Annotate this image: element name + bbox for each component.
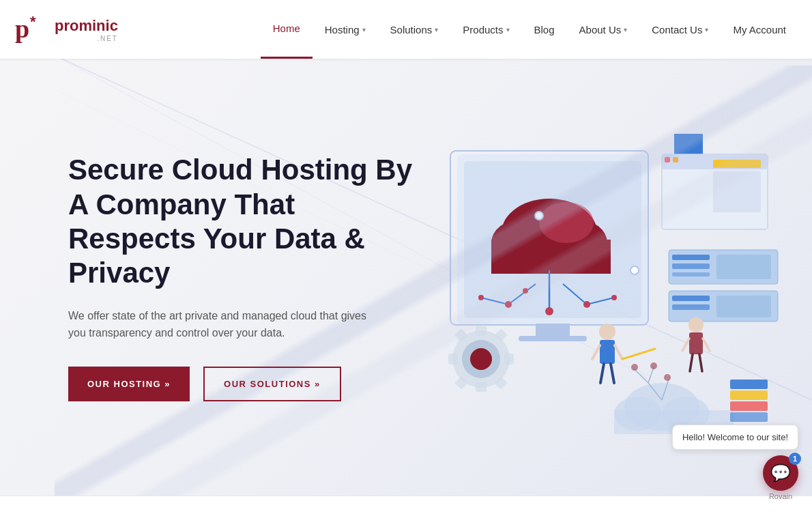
svg-rect-58	[476, 382, 487, 392]
svg-rect-28	[665, 157, 670, 162]
svg-rect-39	[672, 304, 710, 310]
svg-line-53	[699, 354, 702, 371]
svg-rect-76	[730, 380, 768, 389]
svg-rect-79	[730, 412, 768, 422]
svg-rect-34	[672, 263, 710, 269]
svg-rect-8	[536, 324, 570, 337]
svg-rect-29	[673, 157, 678, 162]
svg-line-47	[622, 349, 655, 359]
svg-rect-13	[491, 240, 611, 274]
svg-point-22	[545, 307, 553, 315]
hero-illustration	[403, 113, 785, 441]
svg-point-20	[505, 301, 512, 308]
svg-rect-59	[504, 354, 514, 365]
chevron-down-icon: ▾	[624, 26, 627, 33]
svg-rect-35	[672, 272, 710, 276]
hero-title: Secure Cloud Hosting By A Company That R…	[68, 153, 423, 291]
svg-rect-30	[713, 160, 761, 168]
svg-line-46	[611, 364, 614, 383]
svg-rect-36	[716, 255, 771, 279]
svg-point-75	[664, 374, 671, 381]
nav-item-home[interactable]: Home	[261, 0, 313, 59]
svg-line-51	[703, 339, 710, 351]
svg-line-44	[615, 345, 622, 359]
hero-buttons: OUR HOSTING » OUR SOLUTIONS »	[68, 367, 423, 401]
cloud-server-illustration	[403, 113, 785, 441]
nav-item-hosting[interactable]: Hosting ▾	[313, 0, 378, 59]
nav-link-account[interactable]: My Account	[721, 0, 798, 59]
svg-line-45	[600, 364, 604, 383]
hero-subtitle: We offer state of the art private and ma…	[68, 307, 368, 342]
chat-badge: 1	[789, 453, 801, 465]
chevron-down-icon: ▾	[362, 26, 366, 33]
svg-text:p: p	[15, 14, 29, 43]
logo-icon: p *	[14, 12, 49, 47]
svg-rect-60	[448, 354, 458, 365]
svg-line-43	[592, 345, 600, 359]
chevron-down-icon: ▾	[435, 26, 438, 33]
hero-content: Secure Cloud Hosting By A Company That R…	[68, 153, 423, 401]
nav-item-solutions[interactable]: Solutions ▾	[378, 0, 451, 59]
nav-item-contact[interactable]: Contact Us ▾	[639, 0, 721, 59]
nav-link-products[interactable]: Products ▾	[450, 0, 521, 59]
logo-sub: .NET	[55, 35, 118, 42]
svg-point-81	[630, 266, 639, 274]
nav-links: Home Hosting ▾ Solutions ▾ Products ▾ Bl…	[261, 0, 798, 59]
svg-point-21	[583, 301, 590, 308]
chat-open-button[interactable]: 💬 1	[763, 455, 798, 491]
nav-item-products[interactable]: Products ▾	[450, 0, 521, 59]
chevron-down-icon: ▾	[705, 26, 708, 33]
logo-name: prominic	[55, 17, 118, 35]
svg-rect-40	[716, 296, 771, 317]
svg-point-25	[523, 288, 528, 294]
chat-icon: 💬	[770, 463, 791, 483]
svg-rect-49	[689, 332, 703, 354]
nav-item-about[interactable]: About Us ▾	[567, 0, 640, 59]
svg-text:*: *	[30, 13, 36, 30]
svg-rect-33	[672, 255, 710, 260]
chevron-down-icon: ▾	[506, 26, 510, 33]
nav-link-contact[interactable]: Contact Us ▾	[639, 0, 721, 59]
svg-rect-42	[600, 340, 615, 364]
svg-rect-77	[730, 390, 768, 400]
svg-line-72	[648, 367, 654, 383]
svg-point-56	[470, 348, 492, 370]
svg-point-80	[535, 212, 543, 220]
chat-bubble: Hello! Welcome to our site!	[672, 425, 798, 450]
svg-rect-57	[476, 326, 487, 336]
svg-point-23	[478, 295, 484, 300]
chat-widget: Hello! Welcome to our site! 💬 1 Rovain	[672, 425, 798, 500]
nav-link-home[interactable]: Home	[261, 0, 313, 59]
svg-point-48	[688, 317, 704, 332]
chat-button-area[interactable]: 💬 1 Rovain	[763, 455, 798, 500]
nav-link-blog[interactable]: Blog	[522, 0, 567, 59]
svg-line-71	[635, 369, 648, 383]
svg-point-14	[539, 202, 594, 243]
svg-line-52	[690, 354, 693, 371]
nav-item-blog[interactable]: Blog	[522, 0, 567, 59]
our-hosting-button[interactable]: OUR HOSTING »	[68, 367, 190, 401]
logo-text-area: prominic .NET	[55, 17, 118, 42]
logo[interactable]: p * prominic .NET	[14, 12, 136, 47]
svg-point-74	[650, 362, 657, 369]
chat-brand-label: Rovain	[769, 492, 792, 500]
svg-line-50	[682, 339, 689, 351]
nav-link-about[interactable]: About Us ▾	[567, 0, 640, 59]
navbar: p * prominic .NET Home Hosting ▾ Solutio…	[0, 0, 812, 59]
nav-link-hosting[interactable]: Hosting ▾	[313, 0, 378, 59]
svg-rect-38	[672, 296, 710, 301]
svg-point-41	[599, 324, 615, 340]
nav-link-solutions[interactable]: Solutions ▾	[378, 0, 451, 59]
svg-point-73	[631, 364, 638, 371]
svg-rect-31	[713, 171, 761, 212]
svg-point-24	[611, 295, 617, 300]
svg-rect-78	[730, 401, 768, 411]
our-solutions-button[interactable]: OUR SOLUTIONS »	[203, 367, 341, 401]
nav-item-account[interactable]: My Account	[721, 0, 798, 59]
svg-rect-9	[519, 336, 587, 341]
